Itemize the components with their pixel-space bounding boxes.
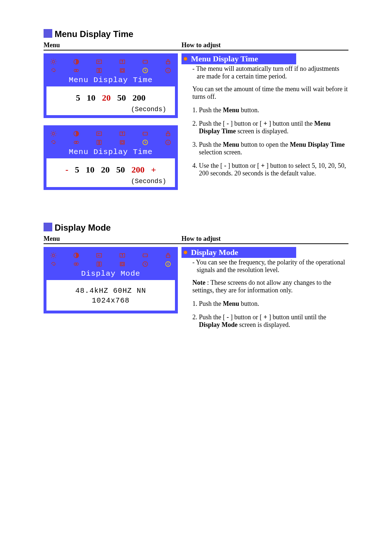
col-header-menu: Menu	[44, 41, 181, 49]
info-icon	[164, 260, 172, 268]
step-2: Push the [ - ] button or [ + ] button un…	[199, 313, 348, 329]
section-title: Menu Display Time	[55, 29, 134, 39]
dash-text: You can see the frequency, the polarity …	[196, 259, 345, 274]
right-heading-text: Display Mode	[191, 248, 238, 257]
menu-column: Menu Display Time 5 10 20 50 200 (Second…	[44, 53, 181, 197]
col-header-menu: Menu	[44, 235, 181, 243]
language-icon	[118, 260, 126, 268]
source-icon	[95, 260, 103, 268]
t: button.	[239, 300, 259, 307]
svg-rect-36	[97, 262, 99, 266]
osd-values: 5 10 20 50 200	[50, 93, 171, 103]
osd-panel-2: Menu Display Time - 5 10 20 50 200 + (Se…	[44, 125, 178, 190]
svg-point-14	[52, 133, 55, 135]
svg-rect-18	[143, 132, 147, 135]
osd-val-2: 20	[101, 165, 110, 174]
hpos-icon	[95, 130, 103, 138]
bullet-dot-icon	[184, 251, 187, 254]
t: Menu	[223, 300, 239, 307]
t: Display Mode	[199, 321, 238, 328]
svg-rect-9	[99, 68, 101, 73]
note-label: Note	[192, 279, 205, 286]
contrast-icon	[72, 251, 80, 259]
brightness-icon	[49, 130, 57, 138]
t: selection screen.	[199, 149, 242, 156]
desc-para: You can set the amount of time the menu …	[192, 85, 348, 101]
t: Menu Display Time	[290, 141, 345, 148]
language-icon	[118, 66, 126, 74]
howto-column: Menu Display Time - The menu will automa…	[181, 53, 348, 183]
contrast-icon	[72, 58, 80, 66]
steps-list: Push the Menu button. Push the [ - ] but…	[199, 300, 348, 329]
osd-val-3: 50	[117, 93, 126, 102]
osd-val-0: 5	[75, 165, 79, 174]
col-header-adjust: How to adjust	[181, 41, 348, 49]
menu-column: Display Mode 48.4kHZ 60HZ NN 1024x768	[44, 247, 181, 321]
t: +	[261, 162, 265, 169]
osd-plus: +	[151, 165, 156, 174]
osd-val-1: 10	[86, 165, 94, 174]
osd-val-3: 50	[116, 165, 125, 174]
vpos-icon	[118, 251, 126, 259]
degauss-icon	[49, 260, 57, 268]
size-icon	[141, 130, 149, 138]
brightness-icon	[49, 251, 57, 259]
t: ] button or [	[229, 120, 264, 127]
dash-text: The menu will automatically turn off if …	[196, 65, 339, 80]
color-icon	[72, 260, 80, 268]
osd-values: - 5 10 20 50 200 +	[50, 165, 171, 175]
right-heading: Menu Display Time	[181, 53, 296, 64]
lock-icon	[164, 130, 172, 138]
hpos-icon	[95, 58, 103, 66]
osd-val-4: 200	[132, 93, 146, 102]
menu-time-icon	[141, 260, 149, 268]
brightness-icon	[49, 58, 57, 66]
svg-point-28	[52, 254, 55, 257]
column-headers: Menu How to adjust	[44, 41, 348, 50]
svg-rect-19	[166, 133, 170, 136]
language-icon	[118, 138, 126, 146]
t: Push the	[199, 106, 223, 114]
howto-column: Display Mode - You can see the frequency…	[181, 247, 348, 335]
step-3: Push the Menu button to open the Menu Di…	[199, 141, 348, 156]
dash-item: - You can see the frequency, the polarit…	[197, 259, 348, 274]
right-heading-text: Menu Display Time	[191, 54, 258, 64]
t: Use the [	[199, 162, 224, 169]
t: button to open the	[239, 141, 290, 148]
vpos-icon	[118, 58, 126, 66]
osd-val-0: 5	[76, 93, 80, 102]
dash-item: - The menu will automatically turn off i…	[197, 65, 348, 80]
note-text: : These screens do not allow any changes…	[192, 279, 331, 294]
info-icon	[164, 66, 172, 74]
svg-rect-39	[121, 263, 123, 265]
step-1: Push the Menu button.	[199, 106, 348, 114]
right-heading: Display Mode	[181, 247, 296, 258]
t: screen is displayed.	[236, 127, 289, 135]
osd-icons	[46, 128, 175, 146]
note-para: Note : These screens do not allow any ch…	[192, 279, 348, 294]
bullet-dot-icon	[184, 57, 187, 61]
source-icon	[95, 138, 103, 146]
osd-line1: 48.4kHZ 60HZ NN	[50, 287, 171, 295]
lock-icon	[164, 58, 172, 66]
section-title: Display Mode	[55, 223, 111, 232]
steps-list: Push the Menu button. Push the [ - ] but…	[199, 106, 348, 177]
title-block-icon	[44, 223, 52, 231]
osd-icons	[46, 250, 175, 268]
osd-panel-1: Menu Display Time 5 10 20 50 200 (Second…	[44, 53, 178, 118]
column-headers: Menu How to adjust	[44, 235, 348, 244]
source-icon	[95, 66, 103, 74]
svg-rect-23	[99, 140, 101, 145]
t: Push the [	[199, 313, 227, 321]
degauss-icon	[49, 66, 57, 74]
t: Menu	[223, 106, 239, 114]
t: screen is displayed.	[238, 321, 290, 328]
svg-point-0	[52, 61, 55, 63]
size-icon	[141, 58, 149, 66]
menu-time-icon	[141, 66, 149, 74]
svg-rect-4	[143, 60, 147, 63]
osd-body: - 5 10 20 50 200 + (Seconds)	[46, 158, 175, 187]
osd-line2: 1024x768	[50, 296, 171, 305]
menu-time-icon	[141, 138, 149, 146]
osd-body: 48.4kHZ 60HZ NN 1024x768	[46, 280, 175, 311]
